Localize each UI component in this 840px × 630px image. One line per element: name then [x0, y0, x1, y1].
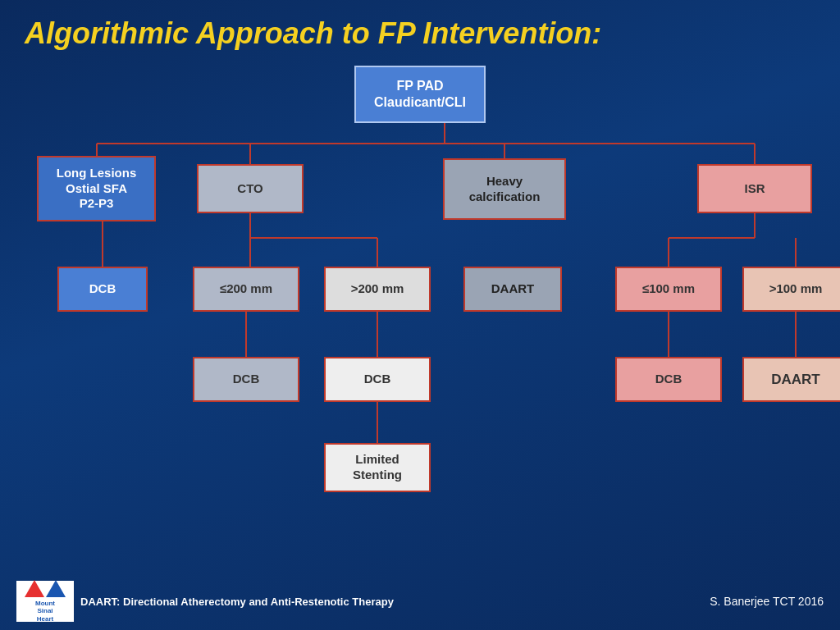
footer-left: MountSinaiHeart DAART: Directional Ather…	[16, 581, 710, 622]
footer-legend: DAART: Directional Atherectomy and Anti-…	[80, 596, 394, 608]
slide: Algorithmic Approach to FP Intervention:	[0, 0, 840, 630]
logo-triangle-blue	[46, 580, 66, 597]
logo-triangle-red	[25, 580, 44, 597]
node-dcb-2: DCB	[193, 357, 299, 402]
logo-text: MountSinaiHeart	[35, 600, 55, 623]
node-long-lesions: Long Lesions Ostial SFA P2-P3	[37, 156, 156, 221]
footer-citation: S. Banerjee TCT 2016	[710, 595, 824, 608]
node-daart-1: DAART	[463, 267, 562, 312]
node-dcb-4: DCB	[615, 357, 722, 402]
node-cto: CTO	[197, 164, 304, 213]
node-dcb-1: DCB	[57, 267, 148, 312]
node-200-more: >200 mm	[324, 267, 431, 312]
page-title: Algorithmic Approach to FP Intervention:	[25, 16, 815, 51]
node-isr: ISR	[697, 164, 812, 213]
logo-container: MountSinaiHeart DAART: Directional Ather…	[16, 581, 710, 622]
footer: MountSinaiHeart DAART: Directional Ather…	[0, 581, 840, 622]
node-heavy-calc: Heavy calcification	[443, 158, 566, 220]
logo-box: MountSinaiHeart	[16, 581, 74, 622]
flowchart: FP PAD Claudicant/CLI Long Lesions Ostia…	[25, 66, 815, 525]
node-daart-2: DAART	[742, 357, 840, 402]
node-root: FP PAD Claudicant/CLI	[354, 66, 486, 123]
node-100-less: ≤100 mm	[615, 267, 722, 312]
node-limited-stenting: Limited Stenting	[324, 443, 431, 492]
node-100-more: >100 mm	[742, 267, 840, 312]
node-dcb-3: DCB	[324, 357, 431, 402]
node-200-less: ≤200 mm	[193, 267, 299, 312]
